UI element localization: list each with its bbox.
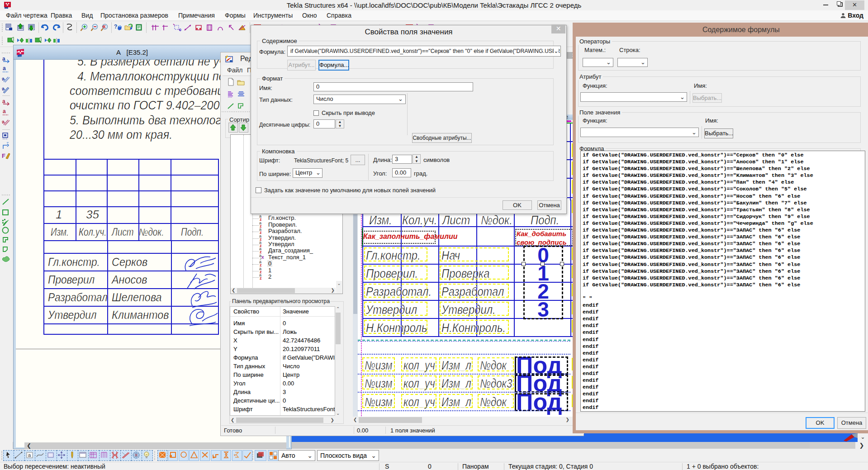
svg-text:z: z xyxy=(260,224,262,228)
svg-text:?: ? xyxy=(114,24,117,30)
svg-text:a: a xyxy=(3,108,6,114)
svg-text:z: z xyxy=(260,270,262,273)
svg-text:z: z xyxy=(260,237,262,241)
svg-text:F: F xyxy=(2,152,5,159)
svg-text:a: a xyxy=(3,65,6,71)
svg-text:z: z xyxy=(260,230,262,234)
svg-text:a: a xyxy=(28,452,31,458)
svg-text:a: a xyxy=(2,56,5,62)
svg-text:z: z xyxy=(260,217,262,221)
svg-text:z: z xyxy=(260,243,262,247)
svg-text:z: z xyxy=(260,263,262,266)
svg-text:z: z xyxy=(260,250,262,253)
svg-text:z: z xyxy=(260,276,262,280)
svg-text:x: x xyxy=(261,255,264,260)
svg-text:a: a xyxy=(2,98,5,104)
